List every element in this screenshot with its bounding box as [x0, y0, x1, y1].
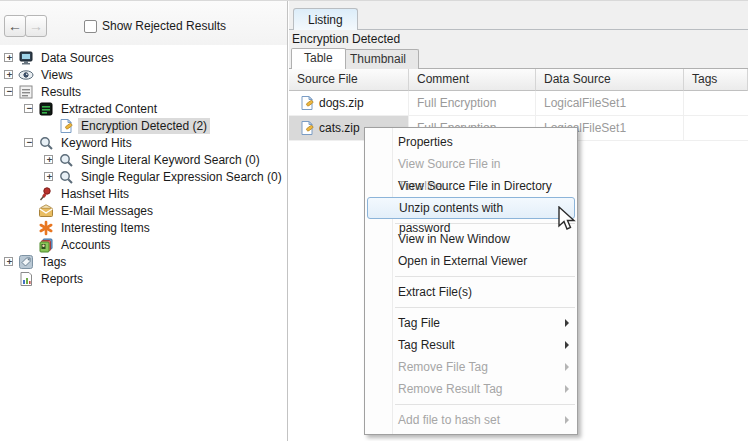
expand-icon[interactable]	[4, 70, 13, 79]
submenu-arrow-icon	[565, 416, 569, 424]
column-header-source-file[interactable]: Source File	[289, 69, 409, 91]
menu-item-label: Remove File Tag	[398, 360, 488, 374]
view-tab-bar: Table Thumbnail	[289, 48, 748, 69]
show-rejected-label: Show Rejected Results	[102, 19, 226, 33]
tags-cell	[684, 116, 748, 141]
tree-item-label: Views	[38, 67, 76, 83]
menu-separator	[395, 276, 575, 277]
tree-item-hashset-hits[interactable]: Hashset Hits	[0, 185, 287, 202]
tags-cell	[684, 91, 748, 116]
tree-item-label: Encryption Detected (2)	[78, 118, 210, 134]
file-name: cats.zip	[319, 116, 360, 140]
submenu-arrow-icon	[565, 363, 569, 371]
menu-item-extract-files[interactable]: Extract File(s)	[365, 281, 577, 303]
mouse-cursor-icon	[557, 206, 579, 234]
menu-item-label: Add file to hash set	[398, 413, 500, 427]
tree-item-label: Interesting Items	[58, 220, 153, 236]
data-sources-icon	[18, 50, 34, 66]
menu-item-tag-file[interactable]: Tag File	[365, 312, 577, 334]
tree-item-accounts[interactable]: Accounts	[0, 236, 287, 253]
menu-item-label: Tag Result	[398, 338, 455, 352]
back-button[interactable]: ←	[4, 15, 26, 37]
tree-item-email-messages[interactable]: E-Mail Messages	[0, 202, 287, 219]
results-tree: Data Sources Views Results Extracted Con…	[0, 49, 287, 287]
tree-item-label: Tags	[38, 254, 69, 270]
collapse-icon[interactable]	[24, 104, 33, 113]
menu-item-label: Tag File	[398, 316, 440, 330]
expand-icon[interactable]	[4, 257, 13, 266]
menu-item-remove-file-tag: Remove File Tag	[365, 356, 577, 378]
tree-item-extracted-content[interactable]: Extracted Content	[0, 100, 287, 117]
search-icon	[58, 152, 74, 168]
tree-item-single-regular-expression-search[interactable]: Single Regular Expression Search (0)	[0, 168, 287, 185]
eye-icon	[18, 67, 34, 83]
column-header-data-source[interactable]: Data Source	[536, 69, 684, 91]
source-file-cell: dogs.zip	[289, 91, 409, 116]
tree-item-label: Accounts	[58, 237, 113, 253]
menu-separator	[395, 307, 575, 308]
tree-item-label: Data Sources	[38, 50, 117, 66]
forward-button[interactable]: →	[25, 15, 47, 37]
menu-item-open-in-external-viewer[interactable]: Open in External Viewer	[365, 250, 577, 272]
column-header-tags[interactable]: Tags	[684, 69, 748, 91]
collapse-icon[interactable]	[24, 138, 33, 147]
tree-item-single-literal-keyword-search[interactable]: Single Literal Keyword Search (0)	[0, 151, 287, 168]
menu-item-unzip-contents-with-password[interactable]: Unzip contents with password	[367, 197, 575, 219]
artifact-icon	[58, 118, 74, 134]
results-icon	[18, 84, 34, 100]
search-icon	[58, 169, 74, 185]
show-rejected-results-control: Show Rejected Results	[84, 19, 226, 33]
listing-tab-bar: Listing	[289, 1, 748, 30]
menu-item-properties[interactable]: Properties	[365, 131, 577, 153]
menu-item-view-source-file-in-directory[interactable]: View Source File in Directory	[365, 175, 577, 197]
table-row-dogs-zip[interactable]: dogs.zip Full Encryption LogicalFileSet1	[289, 91, 748, 116]
tree-toolbar: ← → Show Rejected Results	[0, 1, 287, 45]
menu-separator	[395, 404, 575, 405]
tree-item-tags[interactable]: Tags	[0, 253, 287, 270]
tree-item-keyword-hits[interactable]: Keyword Hits	[0, 134, 287, 151]
show-rejected-checkbox[interactable]	[84, 20, 97, 33]
directory-tree-panel: ← → Show Rejected Results Data Sources V…	[0, 1, 288, 441]
report-icon	[18, 271, 34, 287]
tree-item-results[interactable]: Results	[0, 83, 287, 100]
menu-item-remove-result-tag: Remove Result Tag	[365, 378, 577, 400]
tree-item-data-sources[interactable]: Data Sources	[0, 49, 287, 66]
accounts-icon	[38, 237, 54, 253]
tree-item-encryption-detected[interactable]: Encryption Detected (2)	[0, 117, 287, 134]
zip-file-icon	[299, 95, 315, 111]
tree-item-reports[interactable]: Reports	[0, 270, 287, 287]
menu-item-view-in-new-window[interactable]: View in New Window	[365, 228, 577, 250]
zip-file-icon	[299, 120, 315, 136]
tree-item-interesting-items[interactable]: Interesting Items	[0, 219, 287, 236]
data-source-cell: LogicalFileSet1	[536, 91, 684, 116]
tab-thumbnail[interactable]: Thumbnail	[337, 49, 419, 69]
autopsy-window: ← → Show Rejected Results Data Sources V…	[0, 0, 748, 441]
tree-item-label: Single Regular Expression Search (0)	[78, 169, 285, 185]
collapse-icon[interactable]	[4, 87, 13, 96]
expand-icon[interactable]	[44, 172, 53, 181]
expand-icon[interactable]	[44, 155, 53, 164]
pushpin-icon	[38, 186, 54, 202]
tree-item-views[interactable]: Views	[0, 66, 287, 83]
tree-item-label: Reports	[38, 271, 86, 287]
search-icon	[38, 135, 54, 151]
extracted-content-icon	[38, 101, 54, 117]
tree-item-label: Keyword Hits	[58, 135, 135, 151]
tab-listing[interactable]: Listing	[293, 8, 358, 30]
submenu-arrow-icon	[565, 385, 569, 393]
menu-item-add-file-to-hash-set: Add file to hash set	[365, 409, 577, 431]
column-header-comment[interactable]: Comment	[409, 69, 536, 91]
asterisk-icon	[38, 220, 54, 236]
listing-title: Encryption Detected	[289, 30, 748, 48]
tree-item-label: Results	[38, 84, 84, 100]
expand-icon[interactable]	[4, 53, 13, 62]
menu-item-tag-result[interactable]: Tag Result	[365, 334, 577, 356]
comment-cell: Full Encryption	[409, 91, 536, 116]
tree-item-label: E-Mail Messages	[58, 203, 156, 219]
table-header-row: Source File Comment Data Source Tags	[289, 69, 748, 91]
tab-table[interactable]: Table	[291, 48, 346, 69]
tree-item-label: Extracted Content	[58, 101, 160, 117]
file-name: dogs.zip	[319, 91, 364, 115]
context-menu: Properties View Source File in Timeline.…	[364, 127, 578, 435]
submenu-arrow-icon	[565, 319, 569, 327]
